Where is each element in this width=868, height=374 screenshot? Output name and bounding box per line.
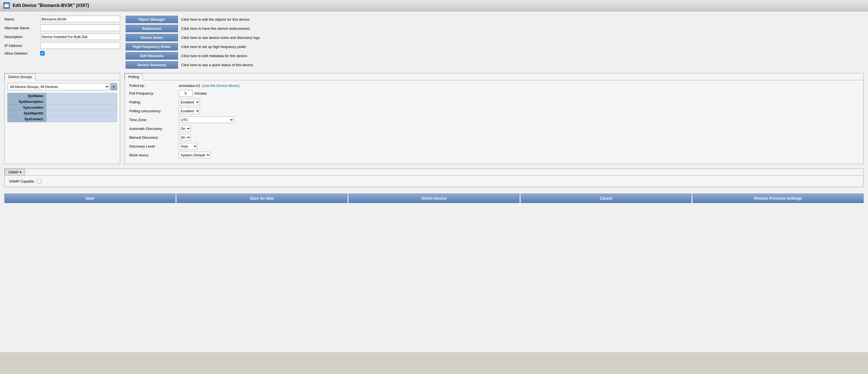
save-button[interactable]: Save bbox=[4, 194, 176, 203]
description-input[interactable] bbox=[40, 33, 120, 40]
sys-info-table: SysName: SysDescription: SysLocation: Sy… bbox=[7, 93, 117, 122]
polling-body: Polled by: enceladus-01 (Use the Device … bbox=[125, 80, 863, 164]
auto-discovery-label: Automatic Discovery: bbox=[129, 126, 179, 131]
btn-row-object-manager: Object Manager Click here to edit the ob… bbox=[126, 16, 864, 23]
device-groups-panel: Device Groups All Device Groups, All Dev… bbox=[4, 73, 120, 164]
snmp-section: SNMP ▾ SNMP Capable: bbox=[4, 169, 864, 187]
polling-tab[interactable]: Polling bbox=[125, 74, 143, 80]
poll-freq-unit: minutes bbox=[194, 91, 207, 95]
middle-section: Device Groups All Device Groups, All Dev… bbox=[4, 73, 864, 164]
ip-label: IP Address: bbox=[4, 44, 40, 48]
device-mover-link[interactable]: (Use the Device Mover) bbox=[202, 84, 240, 88]
delete-device-button[interactable]: Delete Device bbox=[348, 194, 520, 203]
discovery-level-select[interactable]: Auto Level 1 Level 2 Level 3 bbox=[179, 143, 197, 149]
device-notes-button[interactable]: Device Notes bbox=[126, 34, 178, 41]
polled-by-server: enceladus-01 bbox=[179, 84, 200, 88]
high-freq-poller-button[interactable]: High Frequency Poller bbox=[126, 43, 178, 51]
table-row: SysLocation: bbox=[8, 105, 117, 111]
auto-discovery-select[interactable]: On Off bbox=[179, 125, 191, 132]
name-label: Name: bbox=[4, 17, 40, 21]
btn-row-rediscover: Rediscover Click here to have this devic… bbox=[126, 25, 864, 32]
manual-discovery-select[interactable]: On Off bbox=[179, 134, 191, 141]
work-hours-select[interactable]: System Default Custom bbox=[179, 152, 211, 158]
manual-discovery-label: Manual Discovery: bbox=[129, 136, 179, 140]
table-row: SysName: bbox=[8, 93, 117, 99]
polling-concurrency-label: Polling concurrency: bbox=[129, 109, 179, 113]
device-notes-desc: Click here to see device notes and disco… bbox=[181, 36, 260, 40]
auto-discovery-value: On Off bbox=[179, 125, 191, 132]
save-as-new-button[interactable]: Save As New bbox=[177, 194, 348, 203]
device-summary-button[interactable]: Device Summary bbox=[126, 61, 178, 69]
polling-tabs: Polling bbox=[125, 74, 863, 80]
time-zone-select[interactable]: UTC bbox=[179, 116, 234, 123]
polling-concurrency-row: Polling concurrency: Enabled Disabled bbox=[129, 108, 859, 114]
app-icon bbox=[3, 2, 10, 9]
cancel-button[interactable]: Cancel bbox=[521, 194, 692, 203]
description-row: Description: bbox=[4, 33, 120, 40]
sys-name-label: SysName: bbox=[8, 93, 46, 99]
edit-metadata-button[interactable]: Edit Metadata bbox=[126, 52, 178, 60]
high-freq-desc: Click here to set up high frequency poll… bbox=[181, 45, 247, 49]
group-select-arrow[interactable]: ▼ bbox=[111, 83, 117, 90]
device-groups-tab[interactable]: Device Groups bbox=[5, 74, 35, 80]
snmp-tab[interactable]: SNMP ▾ bbox=[5, 169, 25, 175]
title-bar: Edit Device "Bismarck-BV3K" [#397] bbox=[0, 0, 868, 11]
sys-desc-label: SysDescription: bbox=[8, 99, 46, 105]
polled-by-row: Polled by: enceladus-01 (Use the Device … bbox=[129, 84, 859, 88]
sys-desc-value bbox=[46, 99, 117, 105]
snmp-capable-checkbox[interactable] bbox=[37, 179, 41, 183]
device-groups-select[interactable]: All Device Groups, All Devices bbox=[7, 83, 110, 90]
polling-concurrency-select[interactable]: Enabled Disabled bbox=[179, 108, 200, 114]
sys-location-label: SysLocation: bbox=[8, 105, 46, 111]
time-zone-value: UTC bbox=[179, 116, 234, 123]
svg-rect-0 bbox=[4, 4, 9, 7]
time-zone-label: Time Zone: bbox=[129, 118, 179, 122]
poll-freq-label: Poll Frequency: bbox=[129, 91, 179, 95]
description-label: Description: bbox=[4, 35, 40, 39]
allow-deletion-checkbox[interactable] bbox=[40, 51, 44, 55]
auto-discovery-row: Automatic Discovery: On Off bbox=[129, 125, 859, 132]
name-input[interactable] bbox=[40, 16, 120, 22]
discovery-level-value: Auto Level 1 Level 2 Level 3 bbox=[179, 143, 197, 149]
ip-input[interactable] bbox=[40, 42, 120, 49]
alt-name-row: Alternate Name: bbox=[4, 25, 120, 31]
polling-select[interactable]: Enabled Disabled bbox=[179, 99, 200, 105]
time-zone-row: Time Zone: UTC bbox=[129, 116, 859, 123]
sys-object-id-value bbox=[46, 111, 117, 116]
device-groups-body: All Device Groups, All Devices ▼ SysName… bbox=[5, 80, 120, 125]
alt-name-input[interactable] bbox=[40, 25, 120, 31]
poll-freq-value: minutes bbox=[179, 90, 207, 96]
btn-row-high-freq: High Frequency Poller Click here to set … bbox=[126, 43, 864, 51]
poll-freq-row: Poll Frequency: minutes bbox=[129, 90, 859, 96]
rediscover-button[interactable]: Rediscover bbox=[126, 25, 178, 32]
group-select-row: All Device Groups, All Devices ▼ bbox=[7, 83, 117, 90]
object-manager-button[interactable]: Object Manager bbox=[126, 16, 178, 23]
device-summary-desc: Click here to see a quick status of this… bbox=[181, 63, 254, 67]
svg-rect-1 bbox=[5, 3, 6, 4]
restore-previous-button[interactable]: Restore Previous Settings bbox=[692, 194, 864, 203]
polling-enabled-row: Polling: Enabled Disabled bbox=[129, 99, 859, 105]
sys-contact-label: SysContact: bbox=[8, 116, 46, 122]
main-content: Name: Alternate Name: Description: IP Ad… bbox=[0, 11, 868, 352]
ip-row: IP Address: bbox=[4, 42, 120, 49]
left-fields: Name: Alternate Name: Description: IP Ad… bbox=[4, 16, 120, 69]
object-manager-desc: Click here to edit the objects for this … bbox=[181, 18, 250, 22]
btn-row-edit-metadata: Edit Metadata Click here to edit metadat… bbox=[126, 52, 864, 60]
discovery-level-label: Discovery Level: bbox=[129, 144, 179, 148]
polled-by-label: Polled by: bbox=[129, 84, 179, 88]
sys-location-value bbox=[46, 105, 117, 111]
table-row: SysDescription: bbox=[8, 99, 117, 105]
allow-deletion-row: Allow Deletion: bbox=[4, 51, 120, 55]
polled-by-value: enceladus-01 (Use the Device Mover) bbox=[179, 84, 240, 88]
poll-freq-input[interactable] bbox=[179, 90, 192, 96]
footer-buttons: Save Save As New Delete Device Cancel Re… bbox=[4, 192, 864, 205]
polling-label: Polling: bbox=[129, 100, 179, 104]
sys-contact-value bbox=[46, 116, 117, 122]
polling-select-wrap: Enabled Disabled bbox=[179, 99, 200, 105]
polling-panel: Polling Polled by: enceladus-01 (Use the… bbox=[125, 73, 864, 164]
manual-discovery-row: Manual Discovery: On Off bbox=[129, 134, 859, 141]
work-hours-value: System Default Custom bbox=[179, 152, 211, 158]
work-hours-row: Work Hours: System Default Custom bbox=[129, 152, 859, 158]
manual-discovery-value: On Off bbox=[179, 134, 191, 141]
sys-name-value bbox=[46, 93, 117, 99]
